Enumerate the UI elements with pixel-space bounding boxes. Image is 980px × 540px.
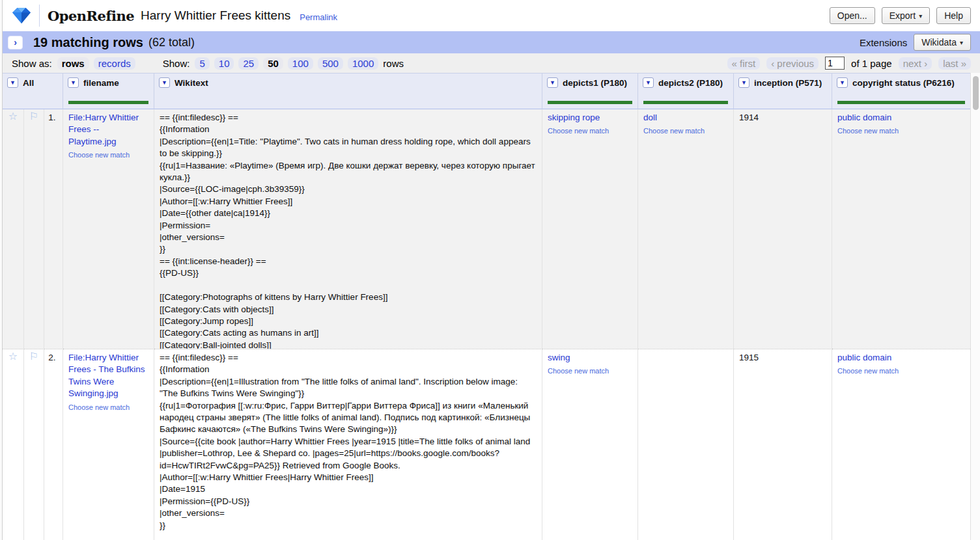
dropdown-icon: ▼ bbox=[550, 80, 555, 86]
export-button[interactable]: Export ▾ bbox=[882, 7, 931, 24]
show-as-label: Show as: bbox=[12, 58, 52, 69]
collapsed-left-panel-edge bbox=[0, 0, 3, 540]
dropdown-icon: ▼ bbox=[645, 80, 651, 86]
project-title: Harry Whittier Frees kittens bbox=[141, 8, 290, 23]
star-cell: ☆ bbox=[3, 349, 24, 540]
scrollbar-thumb[interactable] bbox=[973, 76, 979, 110]
page-size-500[interactable]: 500 bbox=[318, 57, 343, 70]
wikitext-column-label: Wikitext bbox=[175, 78, 208, 88]
depicts2-value-link[interactable]: doll bbox=[643, 113, 657, 122]
logo-divider bbox=[39, 5, 40, 27]
copyright-status-cell: public domain Choose new match bbox=[832, 109, 970, 349]
depicts2-column-menu-button[interactable]: ▼ bbox=[643, 77, 654, 88]
page-size-50-selected[interactable]: 50 bbox=[263, 57, 283, 70]
column-header-inception: ▼ inception (P571) bbox=[734, 73, 832, 109]
copyright-status-cell: public domain Choose new match bbox=[832, 349, 970, 540]
previous-page-button[interactable]: ‹ previous bbox=[766, 57, 819, 70]
wikidata-extension-button[interactable]: Wikidata ▾ bbox=[914, 34, 971, 51]
flag-cell: ⚐ bbox=[24, 349, 44, 540]
filename-column-label: filename bbox=[83, 78, 119, 88]
depicts2-reconciliation-bar bbox=[643, 101, 728, 104]
filename-column-menu-button[interactable]: ▼ bbox=[68, 77, 79, 88]
choose-new-match-link[interactable]: Choose new match bbox=[643, 125, 728, 137]
total-rows-count: (62 total) bbox=[148, 36, 195, 49]
depicts1-cell: skipping rope Choose new match bbox=[542, 109, 638, 349]
show-as-records-option[interactable]: records bbox=[94, 57, 135, 70]
permalink-link[interactable]: Permalink bbox=[300, 12, 337, 22]
choose-new-match-link[interactable]: Choose new match bbox=[548, 365, 632, 377]
filename-link[interactable]: File:Harry Whittier Frees -- Playtime.jp… bbox=[68, 112, 148, 148]
depicts1-value-link[interactable]: swing bbox=[548, 353, 570, 362]
dropdown-icon: ▼ bbox=[161, 80, 167, 86]
column-header-depicts2: ▼ depicts2 (P180) bbox=[638, 73, 734, 109]
column-header-depicts1: ▼ depicts1 (P180) bbox=[542, 73, 638, 109]
show-as-rows-option[interactable]: rows bbox=[57, 57, 89, 70]
dropdown-icon: ▼ bbox=[10, 80, 16, 86]
wikitext-cell[interactable]: == {{int:filedesc}} == {{Information |De… bbox=[154, 109, 542, 349]
page-number-input[interactable] bbox=[825, 57, 845, 70]
expand-facet-panel-button[interactable]: › bbox=[8, 36, 23, 49]
inception-column-menu-button[interactable]: ▼ bbox=[738, 77, 749, 88]
depicts2-column-label: depicts2 (P180) bbox=[658, 78, 723, 88]
table-header-row: ▼ All ▼ filename ▼ Wikitext ▼ depicts1 (… bbox=[3, 73, 970, 109]
choose-new-match-link[interactable]: Choose new match bbox=[68, 149, 148, 161]
page-size-100[interactable]: 100 bbox=[288, 57, 313, 70]
all-column-menu-button[interactable]: ▼ bbox=[7, 77, 18, 88]
copyright-status-column-label: copyright status (P6216) bbox=[852, 78, 955, 88]
depicts1-cell: swing Choose new match bbox=[542, 349, 638, 540]
column-header-wikitext: ▼ Wikitext bbox=[154, 73, 542, 109]
page-size-25[interactable]: 25 bbox=[238, 57, 259, 70]
copyright-status-value-link[interactable]: public domain bbox=[837, 353, 891, 362]
filename-cell: File:Harry Whittier Frees - The Bufkins … bbox=[63, 349, 154, 540]
column-header-filename: ▼ filename bbox=[63, 73, 154, 109]
last-page-button[interactable]: last » bbox=[938, 57, 971, 70]
page-count-label: of 1 page bbox=[851, 58, 892, 69]
wikitext-column-menu-button[interactable]: ▼ bbox=[159, 77, 170, 88]
depicts1-column-menu-button[interactable]: ▼ bbox=[547, 77, 558, 88]
choose-new-match-link[interactable]: Choose new match bbox=[837, 365, 965, 377]
export-button-label: Export bbox=[889, 10, 916, 21]
star-icon[interactable]: ☆ bbox=[8, 351, 18, 362]
column-header-copyright-status: ▼ copyright status (P6216) bbox=[832, 73, 970, 109]
flag-icon[interactable]: ⚐ bbox=[29, 111, 38, 122]
view-options-bar: Show as: rows records Show: 5 10 25 50 1… bbox=[3, 53, 980, 73]
vertical-scrollbar[interactable] bbox=[970, 73, 980, 540]
dropdown-icon: ▼ bbox=[741, 80, 747, 86]
page-size-5[interactable]: 5 bbox=[195, 57, 209, 70]
table-row: ☆ ⚐ 1. File:Harry Whittier Frees -- Play… bbox=[3, 109, 970, 349]
choose-new-match-link[interactable]: Choose new match bbox=[548, 125, 632, 137]
dropdown-icon: ▼ bbox=[839, 80, 845, 86]
matching-rows-count: 19 matching rows bbox=[33, 35, 143, 50]
choose-new-match-link[interactable]: Choose new match bbox=[68, 401, 148, 413]
wikitext-cell[interactable]: == {{int:filedesc}} == {{Information |De… bbox=[154, 349, 542, 540]
rows-suffix-label: rows bbox=[383, 58, 404, 69]
row-index: 1. bbox=[44, 109, 63, 349]
pagination: « first ‹ previous of 1 page next › last… bbox=[727, 57, 971, 70]
copyright-status-reconciliation-bar bbox=[837, 101, 965, 104]
dropdown-icon: ▼ bbox=[70, 80, 76, 86]
open-button[interactable]: Open... bbox=[830, 7, 875, 24]
chevron-down-icon: ▾ bbox=[919, 12, 922, 20]
column-header-all: ▼ All bbox=[3, 73, 63, 109]
depicts1-column-label: depicts1 (P180) bbox=[563, 78, 627, 88]
inception-column-label: inception (P571) bbox=[754, 78, 822, 88]
extensions-label: Extensions bbox=[860, 37, 907, 48]
next-page-button[interactable]: next › bbox=[899, 57, 932, 70]
page-size-label: Show: bbox=[163, 58, 190, 69]
inception-cell[interactable]: 1915 bbox=[734, 349, 832, 540]
filename-reconciliation-bar bbox=[68, 101, 148, 104]
row-index: 2. bbox=[44, 349, 63, 540]
page-size-10[interactable]: 10 bbox=[214, 57, 234, 70]
help-button[interactable]: Help bbox=[936, 7, 971, 24]
copyright-status-column-menu-button[interactable]: ▼ bbox=[837, 77, 848, 88]
inception-cell[interactable]: 1914 bbox=[734, 109, 832, 349]
openrefine-diamond-icon bbox=[12, 7, 31, 24]
depicts1-value-link[interactable]: skipping rope bbox=[548, 113, 600, 122]
choose-new-match-link[interactable]: Choose new match bbox=[837, 125, 965, 137]
filename-link[interactable]: File:Harry Whittier Frees - The Bufkins … bbox=[68, 352, 148, 400]
first-page-button[interactable]: « first bbox=[727, 57, 761, 70]
page-size-1000[interactable]: 1000 bbox=[348, 57, 378, 70]
copyright-status-value-link[interactable]: public domain bbox=[837, 113, 891, 122]
star-icon[interactable]: ☆ bbox=[8, 111, 18, 122]
flag-icon[interactable]: ⚐ bbox=[29, 351, 38, 362]
